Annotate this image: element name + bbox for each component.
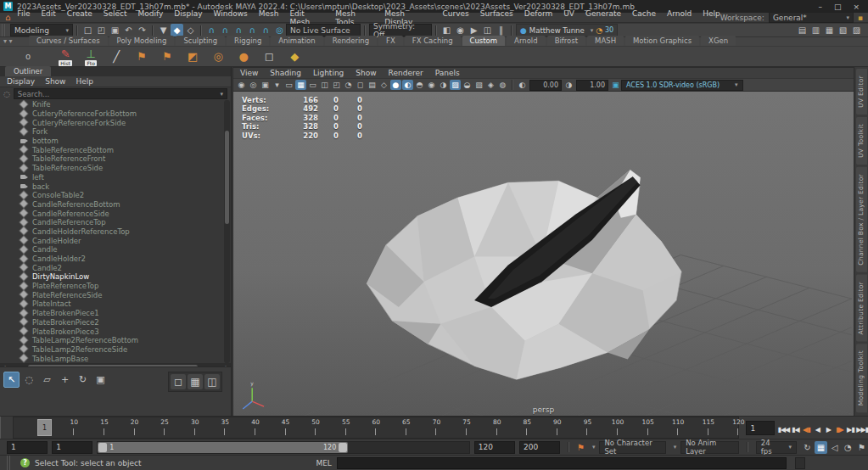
snap-to-curve-icon[interactable]: ∩ [219, 24, 232, 36]
shelf-tab[interactable]: FX Caching [405, 36, 461, 46]
shelf-tab[interactable]: Rendering [325, 36, 377, 46]
sidebar-tab[interactable]: Modeling Toolkit [856, 344, 867, 412]
scale-tool-button[interactable]: ▣ [92, 372, 109, 388]
shelf-item-torus[interactable]: ◎ [209, 50, 227, 63]
outliner-vertical-scrollbar[interactable] [224, 100, 230, 363]
gamma-field[interactable]: 1.00 [576, 80, 608, 91]
viewport-menu-item[interactable]: Panels [435, 69, 460, 77]
show-modeling-toolkit-icon[interactable]: ▤ [796, 24, 809, 36]
outliner-item[interactable]: TableLamp2ReferenceBottom [0, 336, 231, 345]
shelf-tab[interactable]: Custom [462, 36, 506, 46]
rotate-tool-button[interactable]: ↻ [75, 372, 91, 388]
outliner-item[interactable]: CutleryReferenceForkBottom [0, 109, 231, 119]
camera-attributes-icon[interactable]: ▣ [260, 80, 271, 90]
image-plane-icon[interactable]: ▭ [283, 80, 294, 90]
select-camera-icon[interactable]: ◉ [236, 80, 247, 90]
paint-selection-tool-button[interactable]: ▱ [39, 372, 55, 388]
outliner-item[interactable]: ConsoleTable2 [0, 191, 231, 200]
playback-loop-icon[interactable]: ↻ [801, 441, 814, 454]
current-frame-field[interactable]: 1 [746, 421, 774, 435]
play-forwards-button[interactable]: ▶ [823, 422, 833, 436]
single-pane-layout-button[interactable]: ◻ [171, 374, 186, 389]
view-transform-dropdown[interactable]: ACES 1.0 SDR-video (sRGB) ▾ [621, 80, 743, 91]
snap-to-projected-center-icon[interactable]: ∩ [246, 24, 259, 36]
shelf-tab[interactable]: Curves / Surfaces [29, 36, 108, 46]
script-editor-icon[interactable] [795, 457, 805, 469]
minimize-button[interactable]: – [818, 3, 822, 11]
show-channel-box-icon[interactable]: ▦ [823, 24, 836, 36]
outliner-item[interactable]: CandleReferenceTop [0, 218, 231, 227]
sidebar-tab[interactable]: Attribute Editor [856, 275, 867, 342]
playback-end-field[interactable]: 120 [474, 441, 515, 454]
select-component-icon[interactable]: ◇ [184, 24, 197, 36]
color-management-icon[interactable]: ▣ [610, 80, 621, 90]
open-scene-icon[interactable]: ◰ [95, 24, 108, 36]
ipr-render-icon[interactable]: ◉ [454, 24, 467, 36]
outliner-item[interactable]: TableReferenceSide [0, 164, 231, 173]
outliner-item[interactable]: TableLamp2ReferenceSide [0, 345, 231, 355]
character-set-dropdown[interactable]: No Character Set [599, 441, 665, 454]
outliner-item[interactable]: DirtyNapkinLow [0, 272, 231, 282]
show-tool-settings-icon[interactable]: ▨ [850, 24, 863, 36]
auto-key-icon[interactable]: ⚑ [855, 441, 868, 454]
gamma-icon[interactable]: ◑ [563, 80, 574, 90]
shelf-item-sphere[interactable]: ● [234, 50, 253, 63]
shelf-tab[interactable]: Animation [271, 36, 322, 46]
shelf-tab[interactable]: Poly Modeling [109, 36, 175, 46]
two-pane-layout-button[interactable]: ◫ [204, 374, 220, 389]
select-tool-button[interactable]: ↖ [3, 372, 20, 388]
sidebar-tab[interactable]: Channel Box / Layer Editor [856, 167, 867, 272]
outliner-item[interactable]: CandleReferenceSide [0, 209, 231, 218]
shelf-tab[interactable]: Rigging [227, 36, 269, 46]
xray-icon[interactable]: ◍ [497, 80, 508, 90]
fps-dropdown[interactable]: 24 fps ▾ [756, 441, 797, 454]
wireframe-icon[interactable]: ◇ [378, 80, 389, 90]
shelf-tab[interactable]: Sculpting [176, 36, 225, 46]
range-slider-track[interactable]: 1 120 [97, 441, 470, 454]
current-frame-marker[interactable]: 1 [37, 419, 52, 436]
move-tool-button[interactable]: + [57, 372, 73, 388]
symmetry-field[interactable]: Symmetry: Off [369, 24, 432, 36]
filter-icon[interactable]: ◌ [3, 90, 10, 98]
shaded-icon[interactable]: ● [390, 80, 401, 90]
shelf-item-frame[interactable]: ◻ [260, 50, 278, 63]
go-to-end-button[interactable]: ▶▶▮ [856, 422, 868, 436]
outliner-item[interactable]: PlateIntact [0, 299, 231, 309]
outliner-item[interactable]: PlateReferenceSide [0, 290, 231, 299]
viewport-menu-item[interactable]: Renderer [389, 69, 423, 77]
outliner-item[interactable]: CandleHolder [0, 236, 231, 245]
range-end-handle[interactable] [339, 443, 347, 452]
step-back-frame-button[interactable]: ▮◀ [790, 422, 800, 436]
undo-icon[interactable]: ↶ [122, 24, 135, 36]
pause-icon[interactable]: ‖ [495, 24, 507, 36]
outliner-item[interactable]: TableReferenceFront [0, 154, 231, 164]
viewport-menu-item[interactable]: Show [356, 69, 376, 77]
viewport-menu-item[interactable]: View [240, 69, 258, 77]
safe-title-icon[interactable]: ▤ [367, 80, 378, 90]
shelf-tab[interactable]: Arnold [507, 36, 546, 46]
shelf-item-flag-a[interactable]: ⚑ [132, 50, 151, 63]
shelf-menu-icon[interactable]: ▾ ▾ [3, 37, 13, 45]
bookmarks-icon[interactable]: ▾ [272, 80, 283, 90]
isolate-select-icon[interactable]: ◈ [485, 80, 496, 90]
multisample-icon[interactable]: ▧ [473, 80, 484, 90]
step-forward-frame-button[interactable]: ▶▮ [845, 422, 855, 436]
step-back-key-button[interactable]: ◀▮ [801, 422, 811, 436]
play-backwards-button[interactable]: ◀ [812, 422, 822, 436]
mel-command-input[interactable] [337, 457, 787, 469]
outliner-item[interactable]: PlateBrokenPiece1 [0, 309, 231, 318]
grip-handle[interactable] [0, 417, 3, 439]
cached-playback-icon[interactable]: ◔ [842, 441, 854, 454]
mel-label[interactable]: MEL [316, 459, 331, 467]
shelf-tab[interactable]: FX [378, 36, 403, 46]
use-default-material-icon[interactable]: ◓ [414, 80, 425, 90]
mute-audio-icon[interactable]: ◁ [828, 441, 841, 454]
gate-mask-icon[interactable]: ◰ [331, 80, 342, 90]
outliner-menu-item[interactable]: Help [76, 77, 93, 86]
outliner-item[interactable]: Candle2 [0, 263, 231, 272]
close-button[interactable]: × [853, 3, 860, 11]
go-to-start-button[interactable]: ▮◀◀ [778, 422, 790, 436]
user-account-menu[interactable]: ● Matthew Tunne ▾ ◔ 30 [516, 24, 618, 36]
outliner-item[interactable]: TableReferenceBottom [0, 145, 231, 154]
shelf-overflow-icon[interactable]: o [25, 52, 31, 61]
